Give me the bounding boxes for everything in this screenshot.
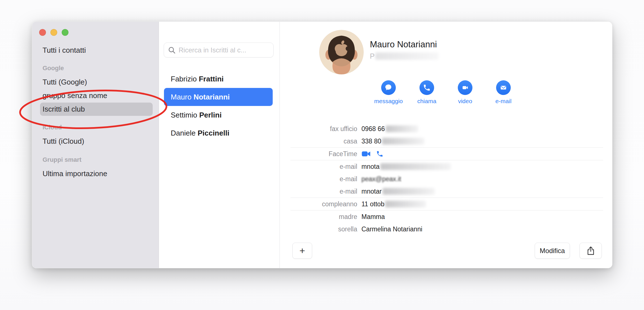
edit-button[interactable]: Modifica bbox=[535, 243, 570, 259]
sidebar-item-iscritti-al-club[interactable]: Iscritti al club bbox=[40, 103, 153, 116]
action-label: e-mail bbox=[495, 98, 511, 105]
sidebar-item-unnamed-group[interactable]: gruppo senza nome bbox=[43, 91, 152, 100]
search-icon bbox=[168, 46, 176, 54]
contact-rows: Fabrizio Frattini Mauro Notarianni Setti… bbox=[164, 70, 273, 142]
contact-first-name: Settimio bbox=[171, 111, 197, 119]
field-label: e-mail bbox=[280, 175, 357, 183]
value-visible-text: Mamma bbox=[361, 213, 385, 221]
list-item-daniele-piccinelli[interactable]: Daniele Piccinelli bbox=[164, 124, 273, 142]
sidebar-header-icloud: iCloud bbox=[43, 123, 62, 132]
email-button[interactable]: e-mail bbox=[484, 80, 523, 105]
contact-name: Mauro Notarianni bbox=[370, 39, 439, 50]
blurred-value-text: peax@peax.it bbox=[361, 175, 401, 183]
contact-fields: fax ufficio 0968 66 casa 338 80 FaceTim bbox=[280, 123, 612, 235]
share-icon bbox=[587, 246, 595, 255]
redacted-value bbox=[382, 138, 424, 145]
field-row-email-3: e-mail mnotar bbox=[280, 185, 612, 198]
field-label: sorella bbox=[280, 225, 357, 233]
contact-last-name: Perlini bbox=[199, 111, 221, 119]
contact-last-name: Piccinelli bbox=[197, 129, 229, 137]
field-value[interactable]: 11 ottob bbox=[361, 200, 426, 208]
detail-footer: + Modifica bbox=[280, 234, 612, 268]
field-row-home-phone: casa 338 80 bbox=[280, 135, 612, 147]
facetime-audio-icon[interactable] bbox=[376, 150, 383, 158]
list-item-mauro-notarianni[interactable]: Mauro Notarianni bbox=[164, 88, 273, 106]
field-value[interactable]: peax@peax.it bbox=[361, 175, 401, 183]
contact-first-name: Mauro bbox=[171, 93, 192, 101]
sidebar-item-all-icloud[interactable]: Tutti (iCloud) bbox=[43, 136, 152, 146]
phone-icon bbox=[419, 80, 434, 95]
call-button[interactable]: chiama bbox=[408, 80, 446, 105]
field-row-fax: fax ufficio 0968 66 bbox=[280, 123, 612, 135]
field-label: e-mail bbox=[280, 188, 357, 195]
field-value[interactable]: Carmelina Notarianni bbox=[361, 225, 422, 233]
value-visible-text: Carmelina Notarianni bbox=[361, 225, 422, 233]
redacted-subtitle bbox=[375, 52, 439, 60]
screenshot-stage: Tutti i contatti Google Tutti (Google) g… bbox=[0, 0, 644, 310]
contact-last-name: Frattini bbox=[199, 75, 224, 83]
action-label: messaggio bbox=[374, 98, 403, 105]
redacted-value bbox=[380, 163, 451, 170]
field-label: madre bbox=[280, 213, 357, 221]
value-visible-text: mnotar bbox=[361, 188, 382, 195]
close-button[interactable] bbox=[39, 29, 46, 36]
field-label: casa bbox=[280, 138, 357, 145]
video-camera-icon bbox=[458, 80, 472, 95]
field-value[interactable]: Mamma bbox=[361, 213, 385, 221]
zoom-button[interactable] bbox=[62, 29, 68, 36]
contact-last-name: Notarianni bbox=[194, 93, 230, 101]
sidebar-item-last-import[interactable]: Ultima importazione bbox=[43, 169, 152, 178]
field-label: e-mail bbox=[280, 163, 357, 170]
contact-first-name: Daniele bbox=[171, 129, 196, 137]
list-item-fabrizio-frattini[interactable]: Fabrizio Frattini bbox=[164, 70, 273, 88]
field-label: FaceTime bbox=[280, 150, 357, 158]
envelope-icon bbox=[496, 80, 511, 95]
field-value[interactable]: mnota bbox=[361, 163, 451, 170]
field-row-mother: madre Mamma bbox=[280, 211, 612, 223]
value-visible-text: 338 80 bbox=[361, 138, 381, 145]
facetime-video-icon[interactable] bbox=[361, 150, 371, 157]
redacted-value bbox=[383, 188, 435, 195]
search-field[interactable]: Ricerca in Iscritti al c... bbox=[164, 43, 274, 57]
chat-bubble-icon bbox=[381, 80, 396, 95]
minimize-button[interactable] bbox=[50, 29, 57, 36]
field-row-email-2: e-mail peax@peax.it bbox=[280, 173, 612, 185]
contact-subtitle: P bbox=[370, 52, 439, 60]
field-row-sister-clipped: sorella Carmelina Notarianni bbox=[280, 223, 612, 235]
search-placeholder: Ricerca in Iscritti al c... bbox=[179, 46, 246, 54]
field-row-email-1: e-mail mnota bbox=[280, 160, 612, 173]
field-label: compleanno bbox=[280, 200, 357, 208]
field-value[interactable]: 338 80 bbox=[361, 138, 424, 145]
list-item-settimio-perlini[interactable]: Settimio Perlini bbox=[164, 106, 273, 124]
contact-list-column: Ricerca in Iscritti al c... Fabrizio Fra… bbox=[159, 22, 280, 268]
field-value[interactable]: 0968 66 bbox=[361, 125, 418, 133]
message-button[interactable]: messaggio bbox=[369, 80, 408, 105]
field-value[interactable]: mnotar bbox=[361, 188, 435, 195]
plus-icon: + bbox=[299, 245, 305, 256]
action-label: video bbox=[458, 98, 472, 105]
quick-actions: messaggio chiama video bbox=[280, 80, 612, 105]
share-button[interactable] bbox=[579, 243, 602, 259]
sidebar-header-smart-groups: Gruppi smart bbox=[43, 156, 81, 164]
redacted-value bbox=[386, 125, 418, 132]
contact-header: Mauro Notarianni P bbox=[319, 30, 439, 74]
subtitle-visible-text: P bbox=[370, 52, 375, 60]
value-visible-text: 0968 66 bbox=[361, 125, 385, 133]
contact-detail-pane: Mauro Notarianni P messaggio bbox=[280, 22, 612, 268]
contacts-app-window: Tutti i contatti Google Tutti (Google) g… bbox=[32, 21, 612, 268]
video-button[interactable]: video bbox=[446, 80, 484, 105]
avatar bbox=[319, 30, 364, 74]
add-contact-button[interactable]: + bbox=[292, 243, 312, 259]
field-label: fax ufficio bbox=[280, 125, 357, 133]
edit-button-label: Modifica bbox=[540, 247, 565, 255]
value-visible-text: mnota bbox=[361, 163, 379, 170]
action-label: chiama bbox=[417, 98, 436, 105]
field-row-facetime: FaceTime bbox=[280, 148, 612, 160]
window-controls bbox=[39, 29, 68, 36]
contact-first-name: Fabrizio bbox=[171, 75, 197, 83]
value-visible-text: 11 ottob bbox=[361, 200, 384, 208]
sidebar-item-all-google[interactable]: Tutti (Google) bbox=[43, 77, 152, 87]
sidebar-header-google: Google bbox=[43, 64, 64, 72]
groups-sidebar: Tutti i contatti Google Tutti (Google) g… bbox=[32, 22, 159, 268]
sidebar-item-all-contacts[interactable]: Tutti i contatti bbox=[43, 45, 152, 55]
